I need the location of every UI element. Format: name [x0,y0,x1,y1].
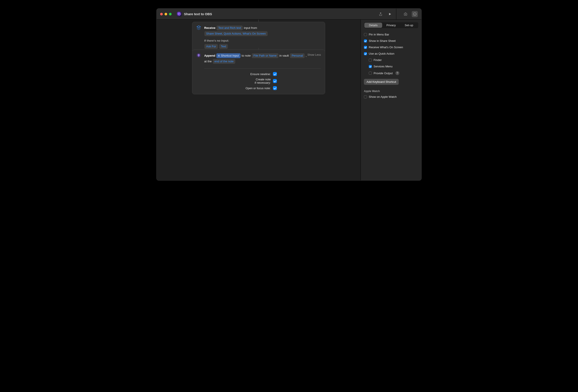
details-sidebar: Details Privacy Set-up Pin in Menu Bar S… [361,20,421,180]
traffic-lights [160,13,172,15]
show-less-button[interactable]: Show Less [307,53,321,56]
quick-action-check[interactable] [364,52,367,55]
pin-menubar-label: Pin in Menu Bar [369,33,389,36]
run-button[interactable] [387,11,393,17]
file-path-token[interactable]: File Path or Name [252,53,278,58]
input-from-label: input from [244,26,257,30]
receive-verb: Receive [204,26,215,30]
to-note-label: to note [242,54,251,57]
open-note-label: Open or focus note: [246,87,271,90]
share-sheet-label: Show in Share Sheet [369,39,396,43]
share-button[interactable] [378,11,384,17]
vault-token[interactable]: Personal [290,53,305,58]
services-check[interactable] [369,65,372,68]
titlebar: Share text to OBS [157,9,421,20]
tab-setup[interactable]: Set-up [400,23,418,28]
shortcut-icon [177,12,182,16]
add-keyboard-shortcut-button[interactable]: Add Keyboard Shortcut [364,79,399,85]
pin-menubar-check[interactable] [364,33,367,36]
quick-action-label: Use as Quick Action [369,52,394,55]
share-sheet-option[interactable]: Show in Share Sheet [364,39,418,43]
library-button[interactable] [402,11,409,17]
share-icon [379,12,383,16]
editor-body: Receive Text and Rich text input from Sh… [157,20,421,180]
askfor-token[interactable]: Ask For [204,44,218,49]
tab-details[interactable]: Details [364,23,382,28]
minimize-button[interactable] [165,13,167,15]
connector-line [258,48,259,49]
finder-label: Finder [374,58,382,62]
provide-output-check[interactable] [369,72,372,75]
apple-watch-check[interactable] [364,95,367,98]
noinput-label: If there's no input: [204,38,321,44]
ensure-newline-label: Ensure newline: [250,72,271,76]
apple-watch-section-label: Apple Watch [364,90,418,93]
position-token[interactable]: end of the note [213,59,236,64]
append-action[interactable]: Show Less Append Shortcut Input to note … [192,49,325,94]
window-title: Share text to OBS [184,12,212,16]
finder-check[interactable] [369,59,372,62]
ensure-newline-check[interactable] [273,72,277,76]
finder-option[interactable]: Finder [369,58,418,62]
in-vault-label: in vault [279,54,289,57]
toolbar-separator [396,9,396,20]
play-icon [388,12,392,16]
append-options: Ensure newline: Create note if necessary… [204,68,321,91]
receive-icon [196,25,201,30]
shortcut-input-token[interactable]: Shortcut Input [216,53,241,58]
open-note-check[interactable] [273,86,277,90]
details-toggle-button[interactable] [412,11,418,17]
obsidian-icon [196,53,201,58]
create-note-label: Create note if necessary: [255,78,271,84]
provide-output-option[interactable]: Provide Output ? [369,70,418,76]
workflow-canvas[interactable]: Receive Text and Rich text input from Sh… [157,20,361,180]
share-sheet-check[interactable] [364,39,367,43]
ask-type-token[interactable]: Text [219,44,228,49]
library-icon [404,12,407,16]
connector-line [258,20,259,22]
services-label: Services Menu [374,65,392,68]
provide-output-label: Provide Output [374,72,393,75]
close-button[interactable] [160,13,163,15]
create-note-check[interactable] [273,79,277,83]
input-types-token[interactable]: Text and Rich text [217,26,243,30]
shortcuts-editor-window: Share text to OBS Rec [156,8,422,181]
apple-watch-label: Show on Apple Watch [369,95,397,98]
maximize-button[interactable] [169,13,172,15]
info-icon [413,12,417,16]
input-sources-token[interactable]: Share Sheet, Quick Actions, What's On Sc… [204,31,268,36]
apple-watch-option[interactable]: Show on Apple Watch [364,95,418,99]
help-icon[interactable]: ? [395,71,399,75]
services-option[interactable]: Services Menu [369,64,418,69]
receive-screen-option[interactable]: Receive What's On Screen [364,45,418,49]
tab-privacy[interactable]: Privacy [382,23,400,28]
sidebar-tabs: Details Privacy Set-up [364,22,418,28]
receive-screen-check[interactable] [364,46,367,49]
receive-screen-label: Receive What's On Screen [369,46,403,49]
pin-menubar-option[interactable]: Pin in Menu Bar [364,32,418,37]
append-verb: Append [204,54,215,57]
quick-action-option[interactable]: Use as Quick Action [364,51,418,56]
